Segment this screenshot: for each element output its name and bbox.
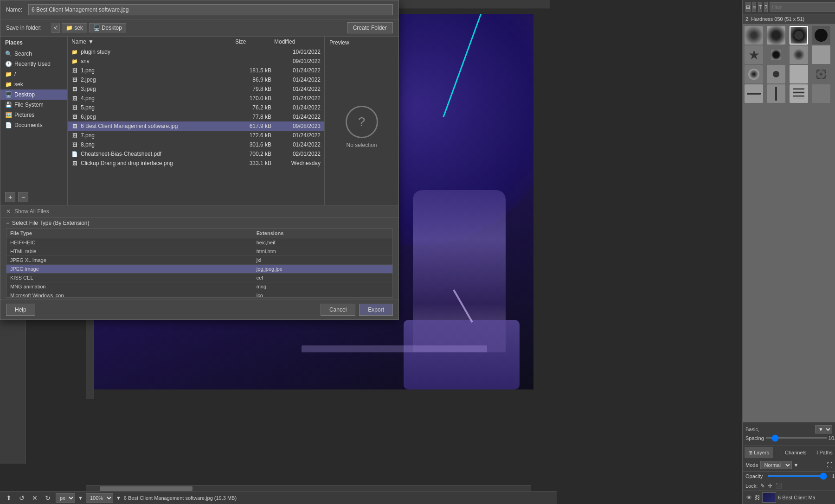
root-folder-icon: 📁	[5, 71, 12, 77]
help-icon-btn[interactable]: ?	[764, 2, 768, 12]
nav-back-btn[interactable]: <	[51, 23, 60, 33]
close-filter-icon[interactable]: ✕	[6, 208, 11, 215]
zoom-select[interactable]: 100% 50% 200%	[86, 493, 113, 503]
file-row[interactable]: 📄 Cheatsheet-Bias-Cheatsheet.pdf 700.2 k…	[68, 149, 324, 159]
brush-cell-16[interactable]	[812, 84, 830, 103]
places-item-search[interactable]: 🔍 Search	[0, 49, 67, 59]
file-row-selected[interactable]: 🖼 6 Best Client Management software.jpg …	[68, 121, 324, 131]
file-icon: 🖼	[71, 67, 78, 74]
file-row[interactable]: 🖼 2.jpeg 86.9 kB 01/24/2022	[68, 75, 324, 84]
places-item-desktop[interactable]: 🖥️ Desktop	[0, 89, 67, 100]
file-type-row[interactable]: KISS CEL cel	[6, 274, 392, 282]
save-folder-row: Save in folder: < 📁 sek 🖥️ Desktop Creat…	[0, 19, 398, 37]
brush-cell-11[interactable]	[790, 65, 808, 83]
filename-input[interactable]	[28, 4, 393, 15]
file-row[interactable]: 🖼 7.png 172.6 kB 01/24/2022	[68, 131, 324, 140]
brush-cell-2[interactable]	[767, 26, 785, 45]
brush-cell-1[interactable]	[745, 26, 763, 45]
h-scrollbar-thumb[interactable]	[100, 486, 193, 491]
h-scrollbar[interactable]	[86, 485, 531, 491]
file-row[interactable]: 🖼 1.png 181.5 kB 01/24/2022	[68, 66, 324, 75]
file-row[interactable]: 🖼 Clickup Drang and drop interface.png 3…	[68, 159, 324, 168]
file-row[interactable]: 🖼 8.png 301.6 kB 01/24/2022	[68, 140, 324, 149]
lock-alpha-icon[interactable]: ⬛	[775, 483, 782, 489]
col-name-header[interactable]: Name ▼	[71, 38, 233, 45]
list-view-btn[interactable]: ≡	[752, 2, 756, 12]
create-folder-btn[interactable]: Create Folder	[347, 22, 393, 33]
help-btn[interactable]: Help	[6, 304, 35, 316]
grid-view-btn[interactable]: ⊞	[745, 2, 751, 12]
file-type-row[interactable]: HTML table html,htm	[6, 247, 392, 256]
breadcrumb-desktop[interactable]: 🖥️ Desktop	[89, 23, 126, 32]
tab-layers[interactable]: ⊞ Layers	[745, 447, 773, 458]
col-size-header[interactable]: Size	[235, 38, 272, 45]
show-all-files-btn[interactable]: Show All Files	[14, 208, 49, 215]
file-type-scroll[interactable]: File Type Extensions HEIF/HEIC heic,heif…	[6, 228, 393, 298]
file-list-scroll[interactable]: 📁 plugin study 10/01/2022 📁 snv 09/01/20…	[68, 47, 324, 205]
file-type-row-selected[interactable]: JPEG image jpg,jpeg,jpe	[6, 265, 392, 274]
file-row[interactable]: 🖼 5.png 76.2 kB 01/24/2022	[68, 103, 324, 112]
brush-cell-3[interactable]	[790, 26, 808, 45]
file-row[interactable]: 🖼 3.jpeg 79.8 kB 01/24/2022	[68, 84, 324, 94]
brush-cell-5[interactable]: ★	[745, 45, 763, 64]
breadcrumb-sek[interactable]: 📁 sek	[62, 23, 87, 32]
opacity-slider[interactable]	[767, 475, 827, 477]
brush-cell-13[interactable]	[745, 84, 763, 103]
brush-cell-7[interactable]	[790, 45, 808, 64]
brush-cell-9[interactable]	[745, 65, 763, 83]
file-type-row[interactable]: Microsoft Windows icon ico	[6, 291, 392, 298]
mode-label: Mode	[745, 462, 758, 468]
file-row[interactable]: 📁 snv 09/01/2022	[68, 57, 324, 66]
places-item-root[interactable]: 📁 /	[0, 69, 67, 79]
col-modified-header[interactable]: Modified	[274, 38, 321, 45]
places-item-recent[interactable]: 🕐 Recently Used	[0, 59, 67, 69]
cancel-btn[interactable]: Cancel	[321, 304, 355, 316]
paths-icon: ⌇	[816, 450, 818, 456]
places-item-documents[interactable]: 📄 Documents	[0, 120, 67, 130]
preview-title: Preview	[325, 37, 354, 49]
file-type-row[interactable]: JPEG XL image jxl	[6, 256, 392, 265]
places-item-pictures[interactable]: 🖼️ Pictures	[0, 110, 67, 120]
lock-pen-icon[interactable]: ✎	[760, 483, 765, 489]
mode-select[interactable]: Normal Multiply Screen	[760, 461, 792, 469]
file-row[interactable]: 📁 plugin study 10/01/2022	[68, 47, 324, 57]
add-place-btn[interactable]: +	[5, 192, 15, 202]
brush-filter-input[interactable]	[770, 2, 835, 12]
file-type-row[interactable]: MNG animation mng	[6, 282, 392, 291]
brush-cell-12[interactable]	[812, 65, 830, 83]
spacing-slider[interactable]	[766, 437, 827, 439]
brush-cell-8[interactable]	[812, 45, 830, 64]
refresh-icon-btn[interactable]: ↻	[43, 493, 53, 503]
brush-mode-select[interactable]: ▼	[815, 425, 832, 434]
layer-eye-icon[interactable]: 👁	[745, 494, 753, 501]
delete-icon-btn[interactable]: ✕	[30, 493, 40, 503]
brush-cell-10[interactable]	[767, 65, 785, 83]
file-type-row[interactable]: HEIF/HEIC heic,heif	[6, 238, 392, 247]
revert-icon-btn[interactable]: ↺	[17, 493, 27, 503]
export-btn[interactable]: Export	[359, 304, 393, 316]
select-file-type-header[interactable]: − Select File Type (By Extension)	[6, 220, 393, 226]
places-item-filesystem[interactable]: 💾 File System	[0, 100, 67, 110]
brush-controls: Basic, ▼ Spacing 10.0	[743, 422, 835, 446]
places-item-sek[interactable]: 📁 sek	[0, 79, 67, 89]
layer-row-1[interactable]: 👁 ⛓ 6 Best Client Ma	[743, 491, 835, 504]
lock-move-icon[interactable]: ✛	[768, 483, 772, 489]
tab-channels[interactable]: ⋮ Channels	[775, 447, 810, 458]
unit-select[interactable]: px % in	[56, 493, 75, 503]
file-row[interactable]: 🖼 4.png 170.0 kB 01/24/2022	[68, 94, 324, 103]
text-icon-btn[interactable]: T	[758, 2, 762, 12]
brush-cell-14[interactable]	[767, 84, 785, 103]
file-size: 86.9 kB	[234, 77, 271, 83]
remove-place-btn[interactable]: −	[18, 192, 28, 202]
breadcrumb-sek-label: sek	[74, 25, 83, 31]
mode-expand-btn[interactable]: ⛶	[827, 462, 832, 468]
tab-paths[interactable]: ⌇ Paths	[812, 447, 835, 458]
brush-cell-6[interactable]	[767, 45, 785, 64]
brush-cell-4[interactable]	[812, 26, 830, 45]
file-size: 172.6 kB	[234, 132, 271, 139]
file-row[interactable]: 🖼 6.jpeg 77.8 kB 01/24/2022	[68, 112, 324, 121]
brush-cell-15[interactable]	[790, 84, 808, 103]
export-icon-btn[interactable]: ⬆	[4, 493, 14, 503]
layer-chain-icon[interactable]: ⛓	[755, 494, 760, 501]
mode-dropdown-btn[interactable]: ▼	[794, 462, 799, 468]
